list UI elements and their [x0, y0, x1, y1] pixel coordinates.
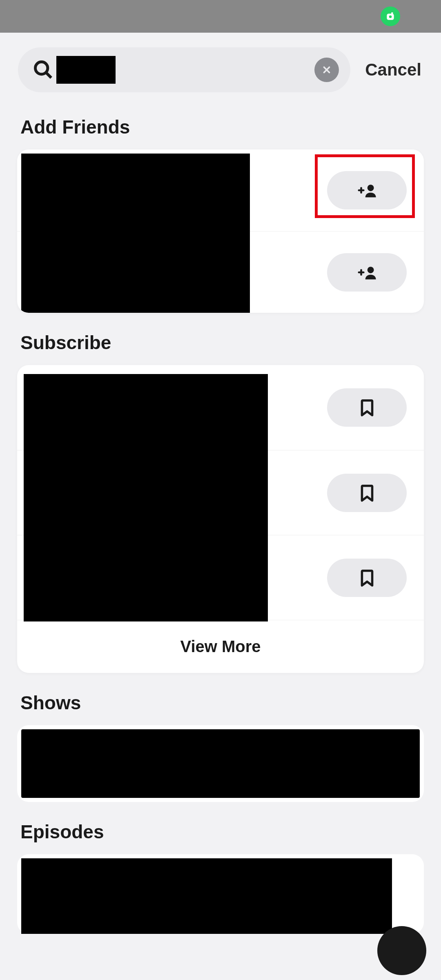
bookmark-icon	[359, 399, 375, 416]
svg-point-3	[36, 62, 48, 74]
bookmark-icon	[359, 569, 375, 587]
shows-card[interactable]	[17, 725, 424, 802]
search-query-redacted	[56, 56, 116, 84]
subscribe-button[interactable]	[327, 559, 407, 597]
svg-line-4	[46, 73, 51, 78]
search-input-container[interactable]	[18, 47, 350, 92]
add-friend-button[interactable]	[327, 253, 407, 292]
subscribe-button[interactable]	[327, 388, 407, 427]
search-icon	[33, 59, 54, 80]
camera-status-icon	[381, 7, 400, 26]
add-person-icon	[356, 264, 378, 281]
svg-point-1	[389, 16, 392, 18]
section-title-episodes: Episodes	[0, 812, 441, 854]
floating-action-button[interactable]	[377, 926, 426, 975]
clear-search-button[interactable]	[314, 58, 339, 82]
status-bar	[0, 0, 441, 33]
view-more-button[interactable]: View More	[17, 620, 424, 673]
section-title-subscribe: Subscribe	[0, 323, 441, 365]
add-friend-button[interactable]	[327, 171, 407, 209]
subscribe-button[interactable]	[327, 474, 407, 512]
add-person-icon	[356, 182, 378, 198]
subscribe-card: View More	[17, 365, 424, 673]
friends-redacted-content	[21, 154, 250, 313]
section-title-add-friends: Add Friends	[0, 107, 441, 149]
add-friends-card	[17, 149, 424, 313]
svg-rect-2	[391, 12, 393, 14]
search-header: Cancel	[0, 33, 441, 107]
svg-point-6	[367, 267, 374, 273]
bookmark-icon	[359, 484, 375, 502]
section-title-shows: Shows	[0, 683, 441, 725]
episodes-card[interactable]	[17, 854, 424, 934]
shows-redacted-content	[21, 729, 420, 798]
subscribe-redacted-content	[24, 374, 268, 621]
svg-point-5	[367, 185, 374, 191]
cancel-button[interactable]: Cancel	[365, 60, 425, 80]
episodes-redacted-content	[21, 858, 392, 934]
